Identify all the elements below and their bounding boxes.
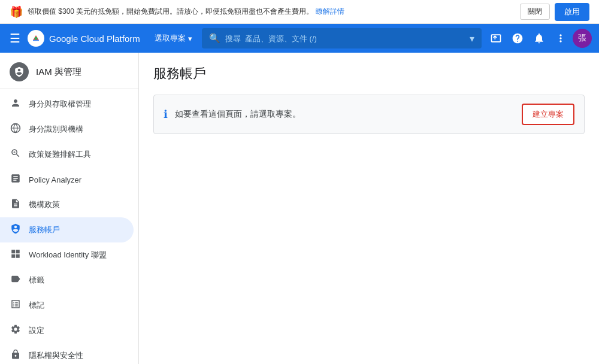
sidebar-divider: [0, 89, 138, 89]
logo-area: Google Cloud Platform: [28, 30, 140, 47]
search-bar: 🔍 ▾: [202, 28, 482, 48]
main-content: 服務帳戶 ℹ 如要查看這個頁面，請選取專案。 建立專案: [139, 53, 599, 364]
privacy-icon: [10, 349, 22, 362]
policy-analyzer-icon: [10, 173, 22, 186]
banner-text: 領取價值 $300 美元的抵免額，開始免費試用。請放心，即便抵免額用盡也不會產生…: [28, 7, 515, 17]
sidebar-item-label: Policy Analyzer: [29, 175, 81, 184]
sidebar-item-label: 身分與存取權管理: [29, 99, 91, 110]
user-avatar[interactable]: 張: [573, 29, 592, 48]
sidebar-item-identity-org[interactable]: 身分識別與機構: [0, 117, 134, 142]
top-banner: 🎁 領取價值 $300 美元的抵免額，開始免費試用。請放心，即便抵免額用盡也不會…: [0, 0, 599, 24]
sidebar-item-label: 機構政策: [29, 199, 60, 210]
sidebar-item-label: 設定: [29, 325, 44, 336]
sidebar-item-policy-analyzer[interactable]: Policy Analyzer: [0, 167, 134, 192]
more-options-button[interactable]: [551, 29, 570, 48]
sidebar-item-labels[interactable]: 標籤: [0, 268, 134, 293]
search-icon: 🔍: [209, 33, 220, 44]
content-area: IAM 與管理 身分與存取權管理 身分識別與機構 政策疑難排解工具 P: [0, 53, 599, 364]
sidebar-header: IAM 與管理: [0, 53, 138, 89]
service-account-icon: [10, 223, 22, 236]
learn-more-link[interactable]: 瞭解詳情: [316, 7, 344, 16]
sidebar-item-workload-identity[interactable]: Workload Identity 聯盟: [0, 242, 134, 268]
org-policy-icon: [10, 198, 22, 211]
sidebar-item-label: 隱私權與安全性: [29, 350, 83, 361]
page-title: 服務帳戶: [153, 65, 585, 83]
info-banner: ℹ 如要查看這個頁面，請選取專案。 建立專案: [153, 95, 585, 134]
settings-icon: [10, 324, 22, 337]
sidebar-item-identity-access[interactable]: 身分與存取權管理: [0, 92, 134, 117]
sidebar-item-settings[interactable]: 設定: [0, 318, 134, 343]
search-expand-icon[interactable]: ▾: [470, 33, 474, 44]
close-button[interactable]: 關閉: [520, 4, 550, 20]
sidebar-item-label: 標記: [29, 300, 44, 311]
sidebar-title: IAM 與管理: [36, 66, 81, 78]
info-message: 如要查看這個頁面，請選取專案。: [175, 109, 515, 120]
chevron-down-icon: ▾: [188, 34, 192, 43]
tags-icon: [10, 299, 22, 312]
sidebar-item-label: 服務帳戶: [29, 225, 60, 235]
sidebar-item-label: Workload Identity 聯盟: [29, 250, 107, 260]
search-input[interactable]: [225, 34, 465, 43]
gcp-logo-icon: [28, 30, 44, 47]
iam-icon: [10, 62, 29, 81]
notifications-button[interactable]: [530, 29, 549, 48]
policy-tool-icon: [10, 148, 22, 161]
workload-identity-icon: [10, 248, 22, 262]
labels-icon: [10, 274, 22, 287]
help-button[interactable]: [508, 29, 527, 48]
logo-text: Google Cloud Platform: [49, 34, 140, 44]
sidebar-item-label: 標籤: [29, 275, 44, 286]
sidebar-item-label: 政策疑難排解工具: [29, 149, 91, 160]
nav-right: 張: [486, 29, 592, 48]
project-select-button[interactable]: 選取專案 ▾: [150, 31, 197, 46]
svg-point-0: [35, 37, 38, 40]
hamburger-menu-button[interactable]: ☰: [7, 29, 23, 48]
enable-button[interactable]: 啟用: [555, 3, 589, 21]
info-icon: ℹ: [164, 108, 168, 121]
cloud-shell-button[interactable]: [486, 29, 506, 48]
sidebar-item-org-policy[interactable]: 機構政策: [0, 192, 134, 217]
sidebar-item-label: 身分識別與機構: [29, 124, 83, 135]
nav-bar: ☰ Google Cloud Platform 選取專案 ▾ 🔍 ▾: [0, 24, 599, 53]
sidebar-item-service-account[interactable]: 服務帳戶: [0, 217, 134, 242]
sidebar: IAM 與管理 身分與存取權管理 身分識別與機構 政策疑難排解工具 P: [0, 53, 139, 364]
sidebar-item-tags[interactable]: 標記: [0, 293, 134, 318]
identity-org-icon: [10, 123, 22, 136]
identity-access-icon: [10, 98, 22, 111]
create-project-button[interactable]: 建立專案: [522, 104, 574, 125]
sidebar-item-privacy[interactable]: 隱私權與安全性: [0, 343, 134, 364]
gift-icon: 🎁: [10, 5, 23, 19]
sidebar-item-policy-tool[interactable]: 政策疑難排解工具: [0, 142, 134, 167]
